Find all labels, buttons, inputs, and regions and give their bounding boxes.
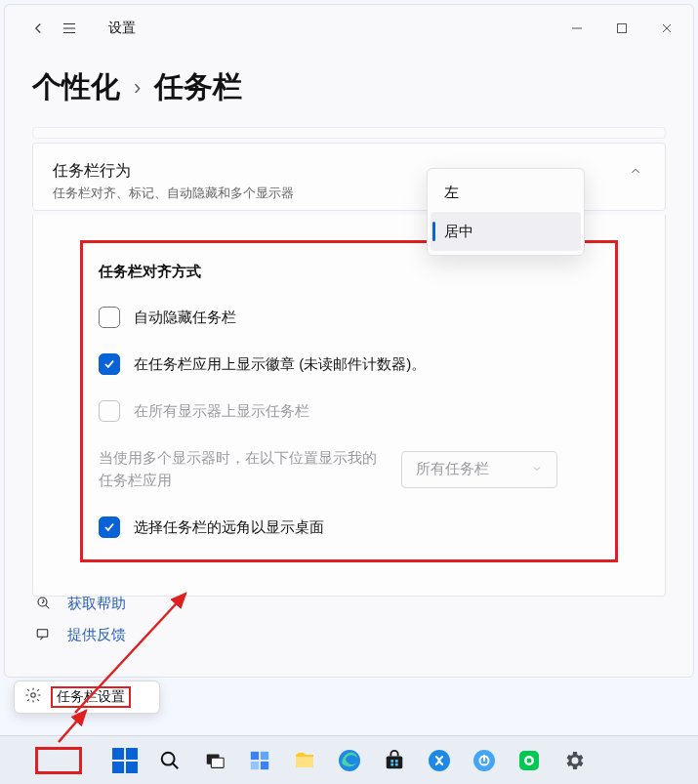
get-help-link[interactable]: 获取帮助 — [34, 594, 126, 613]
alignment-option-center[interactable]: 居中 — [431, 212, 581, 251]
multi-display-desc: 当使用多个显示器时，在以下位置显示我的任务栏应用 — [99, 447, 382, 491]
auto-hide-checkbox[interactable] — [99, 307, 120, 328]
app-light-blue-button[interactable] — [470, 746, 499, 775]
get-help-label: 获取帮助 — [67, 595, 126, 613]
alignment-label: 任务栏对齐方式 — [99, 263, 201, 281]
app-green-button[interactable] — [514, 746, 544, 775]
app-title: 设置 — [108, 20, 136, 37]
back-icon[interactable] — [26, 17, 50, 40]
svg-rect-15 — [386, 756, 402, 768]
context-menu-item-taskbar-settings[interactable]: 任务栏设置 — [15, 681, 159, 713]
close-button[interactable] — [644, 9, 689, 48]
context-menu-label: 任务栏设置 — [51, 686, 131, 708]
svg-point-26 — [526, 758, 531, 763]
show-desktop-checkbox[interactable] — [99, 516, 120, 538]
svg-rect-12 — [260, 761, 267, 768]
app-blue-button[interactable] — [425, 746, 454, 775]
svg-rect-0 — [618, 24, 627, 33]
svg-rect-19 — [394, 763, 397, 765]
breadcrumb: 个性化 › 任务栏 — [5, 52, 693, 127]
page-title: 任务栏 — [154, 67, 242, 107]
taskbar[interactable] — [0, 735, 698, 784]
svg-rect-18 — [390, 763, 393, 765]
behavior-settings-panel: 任务栏对齐方式 自动隐藏任务栏 在任务栏应用上显示徽章 (未读邮件计数器)。 在… — [32, 215, 666, 597]
collapsed-card[interactable] — [32, 127, 666, 139]
file-explorer-button[interactable] — [290, 746, 319, 775]
show-desktop-label: 选择任务栏的远角以显示桌面 — [134, 518, 324, 537]
svg-rect-17 — [394, 760, 397, 763]
widgets-button[interactable] — [245, 746, 274, 775]
menu-icon[interactable] — [58, 17, 81, 40]
maximize-button[interactable] — [599, 9, 644, 48]
svg-point-6 — [161, 752, 174, 764]
svg-rect-2 — [37, 630, 48, 638]
breadcrumb-parent[interactable]: 个性化 — [32, 67, 120, 107]
badges-checkbox[interactable] — [99, 353, 120, 375]
badges-label: 在任务栏应用上显示徽章 (未读邮件计数器)。 — [134, 355, 426, 374]
alignment-option-left[interactable]: 左 — [431, 173, 581, 212]
feedback-icon — [34, 625, 54, 644]
settings-window: 设置 个性化 › 任务栏 任务栏行为 任务栏对齐、标记、自动隐藏和多个显示器 — [4, 4, 694, 678]
windows-logo-icon — [112, 748, 138, 773]
annotation-highlight-taskbar — [35, 747, 82, 774]
feedback-link[interactable]: 提供反馈 — [34, 625, 126, 644]
breadcrumb-sep-icon: › — [134, 75, 141, 101]
task-view-button[interactable] — [200, 746, 229, 775]
start-button[interactable] — [110, 746, 140, 775]
search-button[interactable] — [155, 746, 185, 775]
highlight-annotation: 任务栏对齐方式 自动隐藏任务栏 在任务栏应用上显示徽章 (未读邮件计数器)。 在… — [80, 240, 618, 562]
alignment-dropdown: 左 居中 — [427, 168, 585, 256]
help-icon — [34, 594, 54, 613]
svg-rect-13 — [296, 757, 313, 767]
svg-point-3 — [31, 693, 36, 698]
svg-rect-8 — [211, 758, 224, 767]
svg-rect-16 — [390, 760, 393, 763]
option-center-label: 居中 — [444, 223, 473, 241]
store-button[interactable] — [380, 746, 409, 775]
all-displays-checkbox — [99, 400, 120, 422]
svg-rect-11 — [250, 761, 258, 768]
multi-display-select: 所有任务栏 — [401, 451, 557, 488]
edge-button[interactable] — [335, 746, 364, 775]
select-value: 所有任务栏 — [416, 460, 489, 478]
chevron-up-icon — [626, 161, 645, 181]
svg-rect-9 — [250, 751, 258, 759]
chevron-down-icon — [531, 461, 543, 477]
option-left-label: 左 — [444, 184, 459, 202]
feedback-label: 提供反馈 — [67, 626, 126, 644]
all-displays-label: 在所有显示器上显示任务栏 — [134, 402, 309, 421]
taskbar-context-menu: 任务栏设置 — [14, 681, 160, 714]
auto-hide-label: 自动隐藏任务栏 — [134, 309, 236, 327]
svg-rect-10 — [260, 751, 267, 759]
minimize-button[interactable] — [554, 9, 599, 48]
gear-icon — [24, 686, 42, 708]
settings-app-button[interactable] — [559, 746, 589, 775]
title-bar: 设置 — [5, 5, 693, 52]
